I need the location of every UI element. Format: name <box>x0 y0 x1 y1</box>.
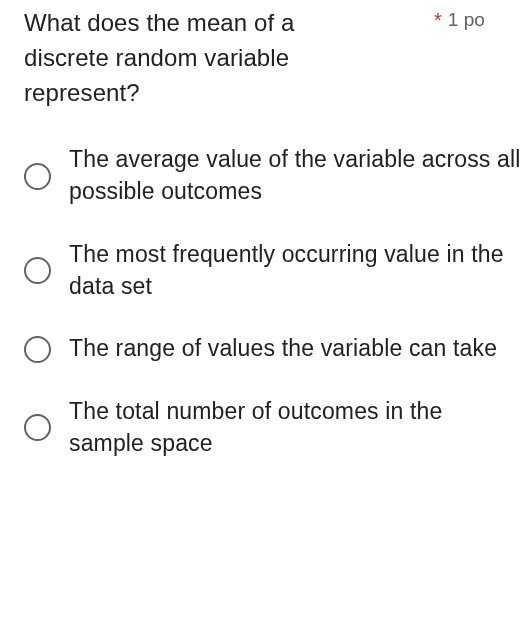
option-label: The average value of the variable across… <box>69 144 523 207</box>
points-label: 1 po <box>448 6 485 35</box>
option-label: The total number of outcomes in the samp… <box>69 396 523 459</box>
radio-icon <box>24 414 51 441</box>
question-text: What does the mean of a discrete random … <box>24 6 374 110</box>
question-header: What does the mean of a discrete random … <box>24 6 523 110</box>
radio-icon <box>24 163 51 190</box>
radio-icon <box>24 257 51 284</box>
option-label: The most frequently occurring value in t… <box>69 239 523 302</box>
options-group: The average value of the variable across… <box>24 144 523 459</box>
option-1[interactable]: The average value of the variable across… <box>24 144 523 207</box>
required-indicator: * <box>434 6 442 34</box>
option-label: The range of values the variable can tak… <box>69 333 497 365</box>
option-2[interactable]: The most frequently occurring value in t… <box>24 239 523 302</box>
option-3[interactable]: The range of values the variable can tak… <box>24 333 523 365</box>
option-4[interactable]: The total number of outcomes in the samp… <box>24 396 523 459</box>
radio-icon <box>24 336 51 363</box>
question-block: What does the mean of a discrete random … <box>0 0 525 460</box>
